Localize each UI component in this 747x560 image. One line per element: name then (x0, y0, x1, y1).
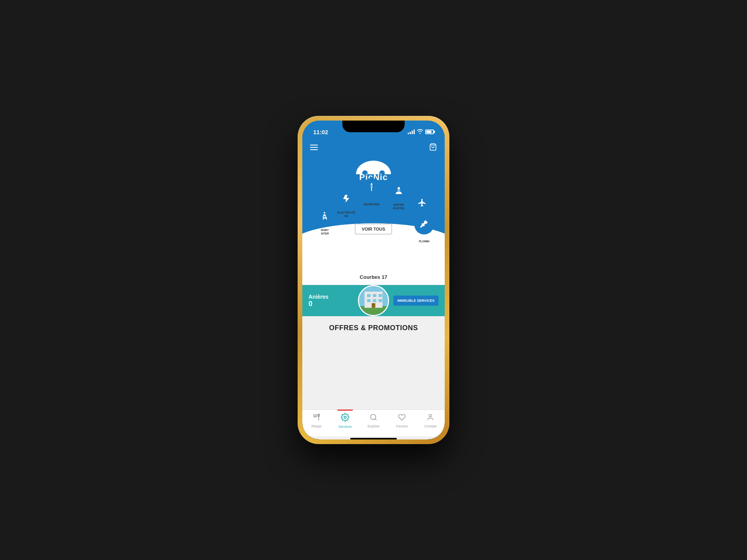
status-time: 11:02 (313, 129, 328, 135)
app-header (302, 140, 445, 153)
svg-rect-2 (310, 149, 318, 150)
immeuble-image (358, 285, 389, 316)
service-menage[interactable]: MÉNAGE (412, 194, 432, 213)
service-entretien[interactable]: ENTRETIEN (362, 178, 381, 198)
svg-line-26 (375, 419, 377, 420)
bottom-nav: Repas Services (302, 410, 445, 436)
phone-frame: 11:02 (298, 116, 449, 444)
svg-point-25 (371, 415, 376, 420)
baby-sitter-label: BABYSITER (321, 229, 329, 235)
cart-button[interactable] (429, 143, 437, 153)
voir-tous-button[interactable]: VOIR TOUS (355, 224, 392, 234)
svg-point-27 (429, 415, 432, 417)
nav-repas[interactable]: Repas (302, 413, 331, 428)
svg-rect-11 (371, 186, 372, 187)
nav-services[interactable]: Services (331, 413, 359, 429)
screen: 11:02 (302, 121, 445, 439)
service-plombi[interactable]: PLOMBI (414, 215, 434, 234)
svg-rect-19 (367, 299, 370, 302)
svg-rect-0 (310, 145, 318, 145)
notch (342, 121, 405, 132)
signal-icon (408, 130, 415, 134)
svg-rect-21 (379, 299, 382, 302)
services-icon (341, 413, 349, 424)
svg-rect-10 (371, 185, 372, 186)
svg-rect-17 (373, 294, 376, 297)
maitre-hotel-icon (394, 186, 403, 198)
svg-rect-9 (371, 188, 372, 191)
immeuble-services-button[interactable]: IMMEUBLE SERVICES (393, 296, 438, 306)
nav-repas-label: Repas (312, 424, 322, 428)
svg-rect-20 (373, 299, 376, 302)
explore-icon (370, 413, 377, 423)
phone-inner: 11:02 (302, 121, 445, 439)
status-icons (408, 129, 434, 135)
compte-icon (426, 413, 434, 423)
service-maitre-hotel[interactable]: MAÎTRED'HÔTEL (389, 182, 409, 201)
battery-icon (425, 130, 434, 134)
immeuble-banner: Anières 0 (302, 285, 445, 316)
home-indicator (350, 438, 397, 439)
nav-favoris-label: Favoris (396, 424, 408, 428)
nav-compte[interactable]: Compte (416, 413, 445, 428)
wifi-icon (417, 129, 423, 135)
menage-icon (417, 198, 427, 209)
address-text: Courbes 17 (310, 274, 437, 280)
active-indicator (337, 410, 353, 411)
electricite-label: ELECTRICITÉNS (337, 211, 355, 218)
svg-rect-18 (379, 294, 382, 297)
maitre-hotel-label: MAÎTRED'HÔTEL (393, 203, 405, 210)
svg-point-12 (398, 187, 400, 189)
menu-button[interactable] (310, 144, 318, 152)
nav-services-label: Services (338, 425, 352, 429)
baby-sitter-icon (320, 212, 330, 223)
hero-section: PicNic BABYSITER (302, 153, 445, 270)
offres-title: OFFRES & PROMOTIONS (310, 324, 437, 332)
nav-explore-label: Explore (368, 424, 380, 428)
favoris-icon (398, 413, 406, 423)
entretien-label: ENTRETIEN (364, 203, 379, 206)
plombi-icon (419, 219, 429, 231)
address-bar: Courbes 17 (302, 270, 445, 285)
main-content: Courbes 17 Anières 0 (302, 270, 445, 410)
svg-rect-16 (367, 294, 370, 297)
nav-compte-label: Compte (424, 424, 437, 428)
svg-point-24 (344, 416, 346, 418)
svg-rect-22 (372, 303, 375, 308)
service-baby-sitter[interactable]: BABYSITER (315, 207, 335, 227)
svg-rect-1 (310, 147, 318, 148)
offres-section: OFFRES & PROMOTIONS (302, 316, 445, 340)
nav-favoris[interactable]: Favoris (388, 413, 416, 428)
repas-icon (313, 413, 321, 423)
nav-explore[interactable]: Explore (359, 413, 388, 428)
services-arc: BABYSITER ELECTRICITÉNS (313, 176, 434, 254)
service-electricite[interactable]: ELECTRICITÉNS (337, 190, 356, 209)
plombi-label: PLOMBI (419, 240, 429, 243)
entretien-icon (367, 182, 376, 194)
electricite-icon (342, 194, 351, 205)
